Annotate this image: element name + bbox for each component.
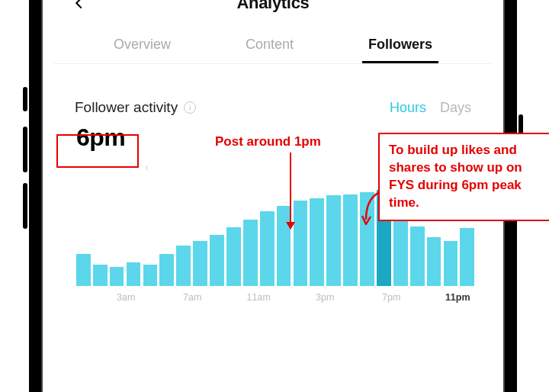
bar-2am <box>110 267 124 286</box>
tab-content[interactable]: Content <box>242 31 297 63</box>
x-tick <box>76 292 110 303</box>
x-axis: 3am 7am 11am 3pm 7pm 11pm <box>72 286 474 303</box>
phone-side-button <box>23 183 27 229</box>
info-icon[interactable]: i <box>184 101 196 114</box>
bar-10pm <box>444 241 458 286</box>
phone-side-button <box>23 87 27 111</box>
x-tick: 11pm <box>441 292 475 303</box>
x-tick: 7pm <box>375 292 409 303</box>
bar-7am <box>193 241 207 286</box>
bar-10am <box>243 220 258 286</box>
x-tick <box>342 292 375 303</box>
bar-6am <box>176 246 191 286</box>
bar-1am <box>93 265 108 286</box>
x-tick <box>275 292 309 303</box>
tab-followers[interactable]: Followers <box>365 31 435 63</box>
peak-hour-value: 6pm <box>75 124 133 152</box>
bar-3am <box>127 262 141 286</box>
follower-activity-header: Follower activity i Hours Days <box>53 64 493 116</box>
x-tick <box>209 292 242 303</box>
bar-8pm <box>410 227 425 286</box>
bar-12pm <box>277 206 291 286</box>
annotation-post-around: Post around 1pm <box>215 134 321 149</box>
toggle-hours[interactable]: Hours <box>390 100 426 116</box>
toggle-days[interactable]: Days <box>440 100 471 116</box>
x-tick: 7am <box>176 292 210 303</box>
bar-4am <box>143 265 158 286</box>
bar-5am <box>159 254 174 286</box>
tab-bar: Overview Content Followers <box>53 21 493 64</box>
chevron-left-icon[interactable]: ‹ <box>145 161 149 173</box>
phone-frame: Analytics Overview Content Followers Fol… <box>29 0 517 392</box>
section-title: Follower activity <box>75 99 178 116</box>
back-button[interactable] <box>69 0 90 14</box>
bar-8am <box>210 235 224 286</box>
bar-11am <box>260 211 274 286</box>
annotation-explain-box: To build up likes and shares to show up … <box>378 133 549 221</box>
page-title: Analytics <box>53 0 493 13</box>
x-tick: 3am <box>110 292 143 303</box>
bar-9pm <box>427 237 441 286</box>
app-header: Analytics <box>53 0 493 21</box>
time-granularity-toggle: Hours Days <box>390 100 471 116</box>
bar-3pm <box>326 195 341 286</box>
chevron-left-icon <box>72 0 86 10</box>
x-tick <box>408 292 441 303</box>
tab-overview[interactable]: Overview <box>111 31 174 63</box>
phone-side-button <box>23 127 27 172</box>
annotation-arrow-down <box>290 153 291 229</box>
bar-9am <box>226 227 241 286</box>
x-tick: 3pm <box>309 292 342 303</box>
bar-11pm <box>460 228 474 286</box>
bar-2pm <box>310 198 324 286</box>
bar-4pm <box>343 194 358 286</box>
x-tick: 11am <box>242 292 276 303</box>
bar-1pm <box>294 201 308 286</box>
bar-12am <box>76 254 91 286</box>
x-tick <box>143 292 176 303</box>
